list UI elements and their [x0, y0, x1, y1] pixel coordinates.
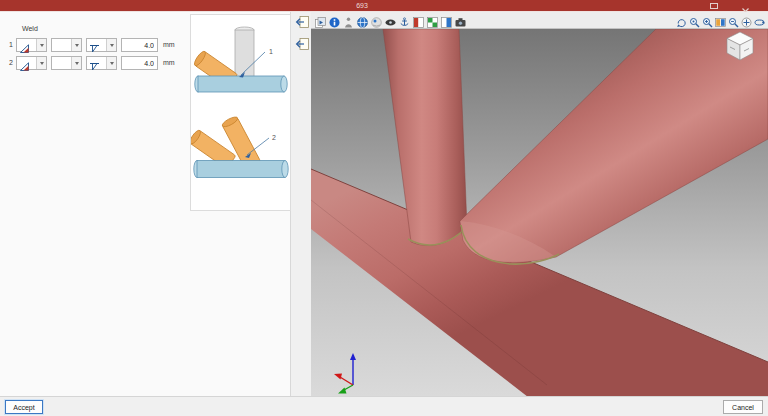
weld-symbol-dropdown-2[interactable] [86, 56, 117, 70]
weld-row-number: 2 [9, 59, 13, 66]
zoom-out-icon[interactable] [728, 14, 739, 25]
titlebar[interactable]: 693 [0, 0, 768, 12]
accept-button[interactable]: Accept [5, 400, 43, 414]
chevron-down-icon [36, 57, 46, 69]
weld-row-number: 1 [9, 41, 13, 48]
workplane-globe-icon[interactable] [357, 14, 368, 25]
walk-mode-icon[interactable] [343, 14, 354, 25]
weld-type-dropdown-2[interactable] [16, 56, 47, 70]
unit-label: mm [163, 41, 175, 48]
weld-1-illustration: 1 [191, 21, 290, 111]
weld-size-input-2[interactable] [121, 56, 158, 70]
view-toolbar-right [676, 14, 765, 25]
unit-label: mm [163, 59, 175, 66]
weld-symbol-dropdown-1[interactable] [86, 38, 117, 52]
anchor-icon[interactable] [399, 14, 410, 25]
weld-2-illustration: 2 [191, 113, 290, 208]
view-checker-green-icon[interactable] [427, 14, 438, 25]
view-toolbar [311, 12, 768, 28]
copy-picture-icon[interactable] [315, 14, 326, 25]
visibility-eye-icon[interactable] [385, 14, 396, 25]
orbit-icon[interactable] [754, 14, 765, 25]
dialog-body: Weld 1 [0, 12, 768, 396]
weld-2-label: 2 [272, 134, 276, 141]
empty-option [52, 39, 71, 51]
view-toolbar-left [315, 14, 466, 25]
weld-1-label: 1 [269, 48, 273, 55]
3d-viewport[interactable] [311, 28, 768, 396]
close-icon[interactable] [741, 2, 750, 11]
weld-prep-dropdown-1[interactable] [51, 38, 82, 52]
cancel-button[interactable]: Cancel [723, 400, 763, 414]
weld-type-triangle-icon [17, 39, 36, 51]
weld-symbol-fillet-icon [87, 57, 106, 69]
dock-arrow-button-1[interactable] [294, 14, 309, 28]
reference-sphere-icon[interactable] [371, 14, 382, 25]
view-side-strip [292, 12, 311, 396]
pan-hand-icon[interactable] [741, 14, 752, 25]
camera-icon[interactable] [455, 14, 466, 25]
fit-work-area-icon[interactable] [715, 14, 726, 25]
weld-group-label: Weld [22, 25, 38, 32]
weld-prep-dropdown-2[interactable] [51, 56, 82, 70]
view-area [311, 12, 768, 396]
weld-size-input-1[interactable] [121, 38, 158, 52]
weld-type-triangle-icon [17, 57, 36, 69]
chevron-down-icon [71, 57, 81, 69]
weld-row-1: 1 mm [0, 38, 190, 52]
weld-illustration-card: 1 2 [190, 14, 291, 211]
dock-arrow-button-2[interactable] [294, 36, 309, 50]
weld-settings-panel: Weld 1 [0, 12, 291, 396]
rotate-icon[interactable] [676, 14, 687, 25]
info-icon[interactable] [329, 14, 340, 25]
maximize-icon[interactable] [710, 3, 718, 9]
weld-type-dropdown-1[interactable] [16, 38, 47, 52]
chevron-down-icon [106, 57, 116, 69]
chevron-down-icon [36, 39, 46, 51]
weld-component-dialog: 693 Weld 1 [0, 0, 768, 416]
zoom-in-icon[interactable] [702, 14, 713, 25]
chevron-down-icon [106, 39, 116, 51]
zoom-original-icon[interactable] [689, 14, 700, 25]
view-split-blue-icon[interactable] [441, 14, 452, 25]
view-red-icon[interactable] [413, 14, 424, 25]
weld-symbol-fillet-icon [87, 39, 106, 51]
window-title: 693 [0, 2, 724, 9]
empty-option [52, 57, 71, 69]
chevron-down-icon [71, 39, 81, 51]
weld-row-2: 2 mm [0, 56, 190, 70]
bottom-bar: Accept Cancel [0, 396, 768, 416]
